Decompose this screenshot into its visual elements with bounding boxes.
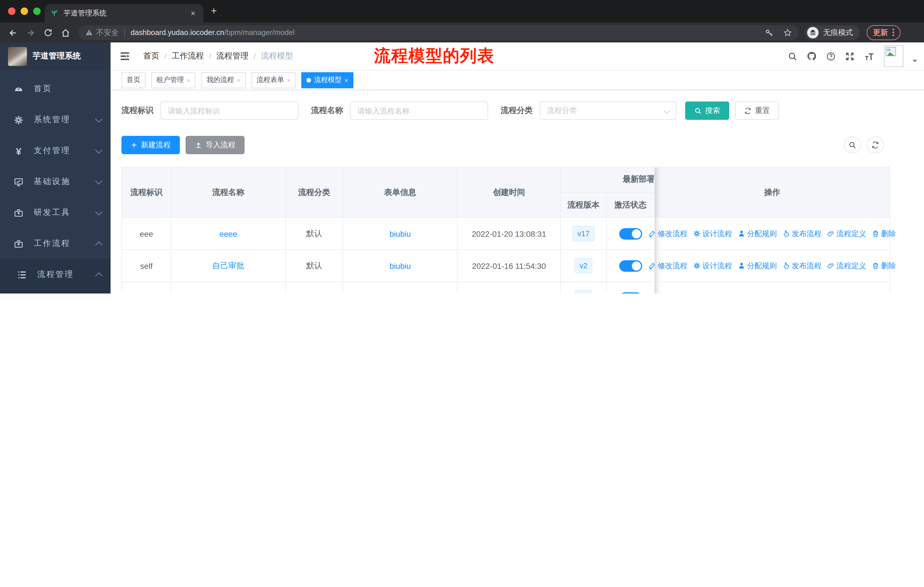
import-process-button[interactable]: 导入流程: [186, 136, 244, 154]
process-definition-link[interactable]: 流程定义: [827, 293, 866, 293]
create-process-button[interactable]: 新建流程: [121, 136, 180, 154]
sidebar-collapse-icon[interactable]: [119, 50, 130, 62]
tag-home[interactable]: 首页: [121, 72, 145, 88]
update-button[interactable]: 更新: [867, 25, 901, 40]
assign-rule-link[interactable]: 分配规则: [738, 261, 777, 271]
active-toggle[interactable]: [619, 292, 642, 293]
sidebar-item-process-form[interactable]: 流程表单: [0, 290, 111, 293]
sidebar-item-infrastructure[interactable]: 基础设施: [0, 166, 111, 197]
refresh-table-button[interactable]: [867, 136, 884, 154]
pencil-icon: [648, 262, 656, 270]
tag-close-icon[interactable]: ×: [237, 76, 241, 83]
font-size-icon[interactable]: [864, 51, 875, 62]
header-search-icon[interactable]: [788, 51, 797, 62]
window-minimize-button[interactable]: [21, 7, 28, 15]
forward-icon[interactable]: [26, 27, 36, 38]
publish-process-link[interactable]: 发布流程: [782, 261, 822, 271]
breadcrumb-workflow[interactable]: 工作流程: [172, 51, 204, 61]
update-label: 更新: [873, 27, 888, 38]
process-category-select[interactable]: 流程分类: [540, 101, 676, 120]
window-zoom-button[interactable]: [33, 7, 41, 15]
user-avatar[interactable]: [884, 45, 903, 67]
reset-button[interactable]: 重置: [735, 101, 779, 120]
chevron-down-icon: [95, 115, 102, 122]
breadcrumb-process-management[interactable]: 流程管理: [216, 51, 249, 61]
version-badge[interactable]: v17: [572, 226, 595, 241]
active-toggle[interactable]: [619, 228, 642, 239]
design-process-link[interactable]: 设计流程: [693, 228, 732, 239]
tag-my-process[interactable]: 我的流程×: [201, 72, 246, 88]
publish-process-link[interactable]: 发布流程: [782, 293, 822, 293]
form-link[interactable]: biubiu: [389, 229, 411, 238]
trash-icon: [872, 230, 879, 237]
tag-close-icon[interactable]: ×: [187, 76, 190, 83]
tag-close-icon[interactable]: ×: [287, 76, 291, 83]
process-name-input[interactable]: [350, 101, 488, 120]
address-bar[interactable]: 不安全 dashboard.yudao.iocoder.cn/bpm/manag…: [79, 25, 799, 40]
chevron-down-icon: [95, 146, 102, 153]
app-navbar: 首页 / 工作流程 / 流程管理 / 流程模型 流程模型的列表: [111, 42, 924, 71]
form-link[interactable]: biubiu: [389, 261, 411, 270]
version-badge[interactable]: v5: [574, 290, 592, 293]
sidebar-item-workflow[interactable]: 工作流程: [0, 228, 111, 259]
sidebar-item-payment[interactable]: ¥ 支付管理: [0, 135, 111, 166]
active-toggle[interactable]: [619, 260, 642, 271]
search-button[interactable]: 搜索: [685, 101, 729, 120]
publish-process-link[interactable]: 发布流程: [782, 228, 822, 239]
process-id-input[interactable]: [160, 101, 299, 120]
show-search-button[interactable]: [844, 136, 861, 154]
sidebar-item-devtools[interactable]: 研发工具: [0, 197, 111, 228]
edit-process-link[interactable]: 修改流程: [648, 293, 687, 293]
github-icon[interactable]: [807, 51, 817, 62]
process-name-label: 流程名称: [311, 106, 343, 116]
breadcrumb-home[interactable]: 首页: [143, 51, 159, 61]
new-tab-button[interactable]: +: [211, 6, 217, 16]
tag-process-form[interactable]: 流程表单×: [251, 72, 296, 88]
tab-close-icon[interactable]: ×: [188, 8, 198, 18]
home-icon[interactable]: [61, 27, 71, 38]
breadcrumb: 首页 / 工作流程 / 流程管理 / 流程模型: [143, 51, 293, 61]
browser-menu-icon[interactable]: [893, 28, 894, 37]
paperclip-icon: [827, 262, 835, 270]
hand-icon: [782, 230, 790, 237]
sidebar-item-process-management[interactable]: 流程管理: [0, 259, 111, 290]
window-close-button[interactable]: [8, 7, 15, 15]
process-definition-link[interactable]: 流程定义: [827, 261, 866, 271]
header-version: 流程版本: [561, 193, 607, 218]
assign-rule-link[interactable]: 分配规则: [738, 228, 777, 239]
password-key-icon[interactable]: [765, 28, 774, 37]
assign-rule-link[interactable]: 分配规则: [738, 293, 777, 293]
monitor-icon: [14, 177, 23, 187]
list-icon: [17, 270, 27, 279]
cell-created: 2022-01-16 11:54:30: [458, 250, 561, 282]
tag-tenant[interactable]: 租户管理×: [151, 72, 196, 88]
avatar-caret-icon[interactable]: [912, 60, 917, 62]
model-name-link[interactable]: eeee: [219, 229, 237, 238]
edit-process-link[interactable]: 修改流程: [648, 228, 687, 239]
briefcase-icon: [14, 239, 23, 248]
back-icon[interactable]: [8, 27, 18, 38]
reload-icon[interactable]: [43, 27, 53, 38]
sidebar-item-system[interactable]: 系统管理: [0, 104, 111, 135]
url-path: /bpm/manager/model: [224, 28, 295, 37]
bookmark-star-icon[interactable]: [783, 28, 792, 37]
delete-link[interactable]: 删除: [872, 293, 896, 293]
fullscreen-icon[interactable]: [845, 51, 855, 62]
help-icon[interactable]: [826, 51, 836, 62]
design-process-link[interactable]: 设计流程: [693, 293, 732, 293]
browser-tab[interactable]: 芋道管理系统 ×: [45, 4, 203, 22]
chevron-down-icon: [95, 177, 102, 184]
delete-link[interactable]: 删除: [872, 261, 896, 271]
model-name-link[interactable]: OA 请假: [214, 293, 243, 293]
tag-process-model[interactable]: 流程模型×: [302, 72, 353, 88]
edit-process-link[interactable]: 修改流程: [648, 261, 687, 271]
model-name-link[interactable]: 自己审批: [212, 261, 244, 271]
tag-close-icon[interactable]: ×: [345, 76, 348, 83]
hand-icon: [782, 262, 790, 270]
security-label: 不安全: [96, 27, 119, 38]
delete-link[interactable]: 删除: [872, 228, 896, 239]
design-process-link[interactable]: 设计流程: [693, 261, 732, 271]
sidebar-item-home[interactable]: 首页: [0, 73, 111, 104]
process-definition-link[interactable]: 流程定义: [827, 228, 866, 239]
version-badge[interactable]: v2: [574, 258, 592, 273]
